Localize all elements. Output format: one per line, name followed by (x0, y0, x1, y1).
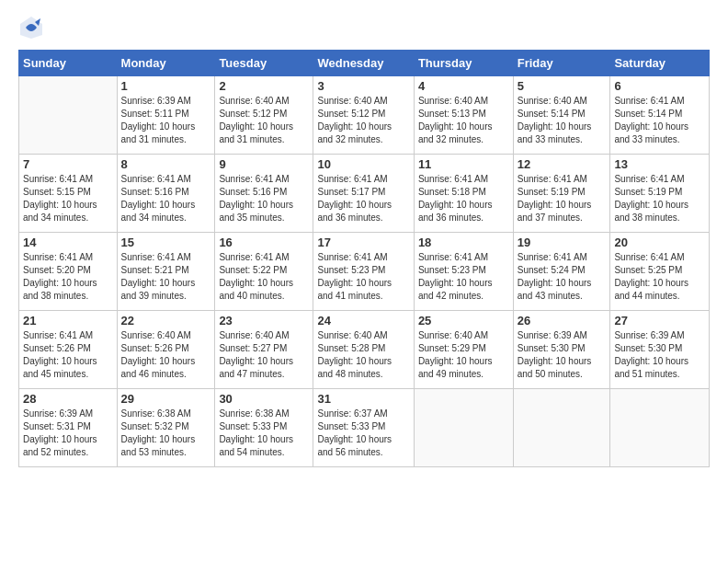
calendar-page: SundayMondayTuesdayWednesdayThursdayFrid… (0, 0, 728, 563)
day-number: 30 (219, 392, 309, 406)
day-number: 16 (219, 236, 309, 249)
week-row-1: 7Sunrise: 6:41 AM Sunset: 5:15 PM Daylig… (19, 155, 710, 233)
calendar-cell: 30Sunrise: 6:38 AM Sunset: 5:33 PM Dayli… (215, 389, 313, 467)
cell-content: Sunrise: 6:40 AM Sunset: 5:12 PM Dayligh… (219, 95, 309, 146)
day-number: 11 (418, 157, 509, 171)
calendar-cell: 8Sunrise: 6:41 AM Sunset: 5:16 PM Daylig… (117, 155, 215, 233)
calendar-cell: 21Sunrise: 6:41 AM Sunset: 5:26 PM Dayli… (19, 311, 118, 389)
calendar-cell: 11Sunrise: 6:41 AM Sunset: 5:18 PM Dayli… (414, 155, 513, 233)
day-number: 2 (219, 79, 309, 93)
calendar-cell: 12Sunrise: 6:41 AM Sunset: 5:19 PM Dayli… (513, 155, 610, 233)
calendar-cell: 31Sunrise: 6:37 AM Sunset: 5:33 PM Dayli… (313, 389, 414, 467)
cell-content: Sunrise: 6:39 AM Sunset: 5:11 PM Dayligh… (121, 95, 211, 146)
cell-content: Sunrise: 6:37 AM Sunset: 5:33 PM Dayligh… (317, 408, 409, 459)
cell-content: Sunrise: 6:40 AM Sunset: 5:12 PM Dayligh… (317, 95, 409, 146)
calendar-cell: 26Sunrise: 6:39 AM Sunset: 5:30 PM Dayli… (513, 311, 610, 389)
calendar-cell: 28Sunrise: 6:39 AM Sunset: 5:31 PM Dayli… (19, 389, 118, 467)
header-day-sunday: Sunday (19, 51, 118, 76)
calendar-cell: 19Sunrise: 6:41 AM Sunset: 5:24 PM Dayli… (513, 233, 610, 311)
cell-content: Sunrise: 6:40 AM Sunset: 5:29 PM Dayligh… (418, 329, 509, 381)
cell-content: Sunrise: 6:41 AM Sunset: 5:19 PM Dayligh… (614, 173, 705, 224)
cell-content: Sunrise: 6:41 AM Sunset: 5:20 PM Dayligh… (23, 251, 113, 303)
day-number: 24 (317, 314, 409, 327)
cell-content: Sunrise: 6:41 AM Sunset: 5:17 PM Dayligh… (317, 173, 409, 224)
cell-content: Sunrise: 6:40 AM Sunset: 5:26 PM Dayligh… (121, 329, 211, 381)
cell-content: Sunrise: 6:39 AM Sunset: 5:31 PM Dayligh… (23, 408, 113, 459)
day-number: 4 (418, 79, 509, 93)
header (18, 15, 710, 40)
day-number: 20 (614, 236, 705, 249)
calendar-cell: 18Sunrise: 6:41 AM Sunset: 5:23 PM Dayli… (414, 233, 513, 311)
calendar-cell: 6Sunrise: 6:41 AM Sunset: 5:14 PM Daylig… (610, 76, 710, 155)
day-number: 12 (518, 157, 607, 171)
cell-content: Sunrise: 6:39 AM Sunset: 5:30 PM Dayligh… (518, 329, 607, 381)
header-day-thursday: Thursday (414, 51, 513, 76)
cell-content: Sunrise: 6:38 AM Sunset: 5:32 PM Dayligh… (121, 408, 211, 459)
day-number: 29 (121, 392, 211, 406)
day-number: 19 (518, 236, 607, 249)
logo (18, 15, 48, 40)
calendar-cell: 7Sunrise: 6:41 AM Sunset: 5:15 PM Daylig… (19, 155, 118, 233)
day-number: 22 (121, 314, 211, 327)
cell-content: Sunrise: 6:39 AM Sunset: 5:30 PM Dayligh… (614, 329, 705, 381)
calendar-cell: 17Sunrise: 6:41 AM Sunset: 5:23 PM Dayli… (313, 233, 414, 311)
calendar-cell: 1Sunrise: 6:39 AM Sunset: 5:11 PM Daylig… (117, 76, 215, 155)
day-number: 23 (219, 314, 309, 327)
calendar-cell (513, 389, 610, 467)
header-day-saturday: Saturday (610, 51, 710, 76)
header-day-tuesday: Tuesday (215, 51, 313, 76)
day-number: 15 (121, 236, 211, 249)
day-number: 8 (121, 157, 211, 171)
week-row-0: 1Sunrise: 6:39 AM Sunset: 5:11 PM Daylig… (19, 76, 710, 155)
calendar-cell: 3Sunrise: 6:40 AM Sunset: 5:12 PM Daylig… (313, 76, 414, 155)
cell-content: Sunrise: 6:41 AM Sunset: 5:22 PM Dayligh… (219, 251, 309, 303)
cell-content: Sunrise: 6:41 AM Sunset: 5:24 PM Dayligh… (518, 251, 607, 303)
day-number: 17 (317, 236, 409, 249)
calendar-table: SundayMondayTuesdayWednesdayThursdayFrid… (18, 50, 710, 467)
calendar-cell: 16Sunrise: 6:41 AM Sunset: 5:22 PM Dayli… (215, 233, 313, 311)
day-number: 10 (317, 157, 409, 171)
cell-content: Sunrise: 6:41 AM Sunset: 5:15 PM Dayligh… (23, 173, 113, 224)
cell-content: Sunrise: 6:41 AM Sunset: 5:16 PM Dayligh… (219, 173, 309, 224)
calendar-cell: 9Sunrise: 6:41 AM Sunset: 5:16 PM Daylig… (215, 155, 313, 233)
calendar-cell (19, 76, 118, 155)
day-number: 5 (518, 79, 607, 93)
calendar-cell: 15Sunrise: 6:41 AM Sunset: 5:21 PM Dayli… (117, 233, 215, 311)
cell-content: Sunrise: 6:40 AM Sunset: 5:13 PM Dayligh… (418, 95, 509, 146)
cell-content: Sunrise: 6:41 AM Sunset: 5:21 PM Dayligh… (121, 251, 211, 303)
calendar-cell: 10Sunrise: 6:41 AM Sunset: 5:17 PM Dayli… (313, 155, 414, 233)
calendar-cell: 4Sunrise: 6:40 AM Sunset: 5:13 PM Daylig… (414, 76, 513, 155)
cell-content: Sunrise: 6:40 AM Sunset: 5:28 PM Dayligh… (317, 329, 409, 381)
calendar-cell: 25Sunrise: 6:40 AM Sunset: 5:29 PM Dayli… (414, 311, 513, 389)
day-number: 18 (418, 236, 509, 249)
calendar-cell: 23Sunrise: 6:40 AM Sunset: 5:27 PM Dayli… (215, 311, 313, 389)
cell-content: Sunrise: 6:41 AM Sunset: 5:14 PM Dayligh… (614, 95, 705, 146)
week-row-2: 14Sunrise: 6:41 AM Sunset: 5:20 PM Dayli… (19, 233, 710, 311)
day-number: 21 (23, 314, 113, 327)
header-day-friday: Friday (513, 51, 610, 76)
day-number: 31 (317, 392, 409, 406)
cell-content: Sunrise: 6:38 AM Sunset: 5:33 PM Dayligh… (219, 408, 309, 459)
day-number: 13 (614, 157, 705, 171)
logo-icon (18, 15, 44, 40)
cell-content: Sunrise: 6:41 AM Sunset: 5:26 PM Dayligh… (23, 329, 113, 381)
day-number: 14 (23, 236, 113, 249)
calendar-cell: 22Sunrise: 6:40 AM Sunset: 5:26 PM Dayli… (117, 311, 215, 389)
day-number: 9 (219, 157, 309, 171)
calendar-cell: 20Sunrise: 6:41 AM Sunset: 5:25 PM Dayli… (610, 233, 710, 311)
cell-content: Sunrise: 6:41 AM Sunset: 5:19 PM Dayligh… (518, 173, 607, 224)
header-day-monday: Monday (117, 51, 215, 76)
day-number: 25 (418, 314, 509, 327)
header-row: SundayMondayTuesdayWednesdayThursdayFrid… (19, 51, 710, 76)
day-number: 1 (121, 79, 211, 93)
week-row-4: 28Sunrise: 6:39 AM Sunset: 5:31 PM Dayli… (19, 389, 710, 467)
cell-content: Sunrise: 6:41 AM Sunset: 5:18 PM Dayligh… (418, 173, 509, 224)
calendar-cell: 2Sunrise: 6:40 AM Sunset: 5:12 PM Daylig… (215, 76, 313, 155)
week-row-3: 21Sunrise: 6:41 AM Sunset: 5:26 PM Dayli… (19, 311, 710, 389)
cell-content: Sunrise: 6:41 AM Sunset: 5:23 PM Dayligh… (418, 251, 509, 303)
day-number: 26 (518, 314, 607, 327)
calendar-cell: 24Sunrise: 6:40 AM Sunset: 5:28 PM Dayli… (313, 311, 414, 389)
day-number: 27 (614, 314, 705, 327)
cell-content: Sunrise: 6:41 AM Sunset: 5:25 PM Dayligh… (614, 251, 705, 303)
day-number: 28 (23, 392, 113, 406)
